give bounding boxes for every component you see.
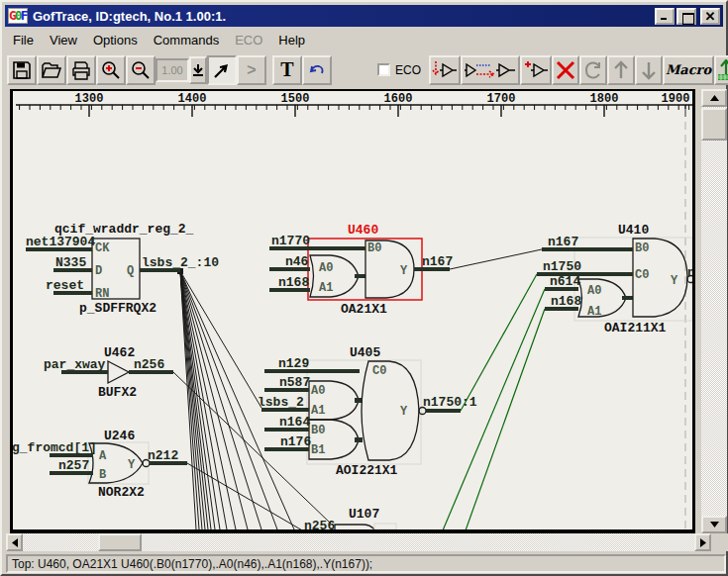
save-button[interactable] [7, 55, 37, 85]
scroll-up-button[interactable] [701, 89, 727, 107]
insert-gate-button[interactable] [429, 55, 461, 85]
net-label[interactable]: n46 [285, 254, 309, 269]
left-triangle-icon [12, 538, 18, 547]
pin-label: A1 [311, 404, 325, 418]
down-triangle-icon [710, 522, 719, 528]
run-eco-button[interactable] [714, 55, 728, 85]
gate-u246[interactable]: U246 g_fromcd[1] n257 n212 A B Y NOR2X2 [13, 429, 187, 500]
gate-u460[interactable]: U460 n1770 n46 n168 n167 B0 A0 A1 Y OA21… [269, 223, 453, 317]
net-traces-black[interactable] [173, 249, 542, 529]
net-label[interactable]: n168 [278, 275, 309, 290]
net-label[interactable]: n257 [58, 458, 89, 473]
net-label[interactable]: net137904 [26, 235, 95, 249]
scrollbar-corner [711, 533, 728, 551]
net-label[interactable]: n1750:1 [423, 395, 477, 410]
status-bar: Top: U460, OA21X1 U460(.B0(n1770),.A0(n4… [6, 554, 726, 573]
vertical-scroll-thumb[interactable] [701, 108, 727, 141]
menu-file[interactable]: File [5, 30, 42, 50]
rotate-icon [583, 60, 603, 80]
cell-label: p_SDFFRQX2 [79, 301, 156, 316]
rotate-button[interactable] [579, 55, 607, 85]
net-label[interactable]: n167 [548, 235, 578, 249]
net-label[interactable]: n212 [148, 448, 178, 463]
pin-label: A0 [587, 284, 601, 298]
eco-mode-toggle[interactable]: ECO [377, 63, 421, 77]
pin-label: A [99, 449, 107, 463]
net-label[interactable]: n1750 [543, 259, 581, 274]
scroll-down-button[interactable] [701, 516, 727, 533]
pointer-tool-button[interactable] [207, 55, 237, 85]
net-label[interactable]: N335 [55, 255, 86, 270]
gate-u410[interactable]: U410 n167 n1750 n614 n168 n: B0 C0 A0 A1… [537, 223, 692, 336]
move-up-button[interactable] [607, 55, 635, 85]
open-button[interactable] [37, 55, 66, 85]
menu-options[interactable]: Options [85, 30, 146, 50]
menu-commands[interactable]: Commands [146, 30, 227, 50]
menu-eco: ECO [227, 30, 270, 50]
net-label[interactable]: n1770 [271, 234, 310, 248]
pin-label: B0 [367, 241, 381, 255]
scroll-right-button[interactable] [694, 533, 711, 551]
horizontal-scroll-thumb[interactable] [98, 533, 142, 551]
save-icon [12, 60, 32, 80]
gate-u462[interactable]: U462 par_xway n256 BUFX2 [44, 345, 173, 400]
net-label[interactable]: n587 [279, 375, 310, 390]
net-label[interactable]: par_xway [44, 357, 106, 372]
load-zoom-button[interactable] [189, 56, 207, 84]
pin-label: A1 [319, 281, 333, 295]
delete-button[interactable] [552, 55, 579, 85]
net-label[interactable]: n129 [278, 356, 309, 371]
eco-checkbox[interactable] [377, 63, 390, 76]
ruler-tick-label: 1300 [75, 92, 104, 106]
macro-button[interactable]: Macro [663, 55, 714, 85]
net-label[interactable]: n164 [279, 415, 310, 430]
chevron-tool-button[interactable]: > [237, 55, 266, 85]
undo-button[interactable] [302, 55, 332, 85]
status-text: Top: U460, OA21X1 U460(.B0(n1770),.A0(n4… [12, 557, 372, 571]
gate-bbox [374, 524, 396, 529]
schematic-canvas[interactable]: 1300140015001600170018001900 qcif_ [10, 89, 695, 533]
net-label[interactable]: n: [687, 265, 692, 280]
vertical-scrollbar[interactable] [701, 89, 727, 533]
pin-label: C0 [635, 268, 649, 282]
move-down-button[interactable] [635, 55, 663, 85]
menu-view[interactable]: View [42, 30, 85, 50]
add-gate-button[interactable] [520, 55, 552, 85]
net-label[interactable]: reset [46, 278, 84, 293]
down-arrow-icon [192, 63, 204, 77]
net-label[interactable]: n256 [134, 357, 164, 372]
net-label[interactable]: n614 [550, 274, 580, 289]
undo-icon [308, 62, 326, 78]
pin-label: Y [400, 405, 408, 419]
net-label[interactable]: g_fromcd[1] [13, 440, 97, 455]
instance-label: U405 [350, 345, 380, 360]
horizontal-scrollbar[interactable] [6, 533, 711, 551]
zoom-out-icon [131, 60, 151, 80]
zoom-out-button[interactable] [126, 55, 156, 85]
insert-gate-icon [432, 59, 458, 81]
net-label[interactable]: lsbs_2_:10 [142, 255, 219, 270]
ruler-tick-label: 1600 [384, 92, 413, 106]
net-label[interactable]: n167 [422, 254, 453, 269]
instance-label: U107 [349, 507, 379, 522]
net-label[interactable]: n176 [280, 434, 311, 449]
menu-help[interactable]: Help [270, 30, 313, 50]
gate-u405[interactable]: U405 n129 n587 lsbs_2 n164 n176 n1750:1 … [258, 345, 477, 478]
zoom-level-field: 1.00 [156, 58, 189, 82]
gate-u107[interactable]: U107 n256 [304, 507, 396, 529]
scroll-left-button[interactable] [6, 533, 23, 551]
open-folder-icon [41, 60, 62, 80]
text-tool-button[interactable]: T [272, 55, 302, 85]
pin-label: Y [400, 264, 408, 278]
close-button[interactable]: ✕ [700, 8, 720, 25]
net-label[interactable]: n168 [551, 294, 581, 309]
zoom-in-button[interactable] [96, 55, 126, 85]
print-button[interactable] [66, 55, 96, 85]
pin-label: D [95, 264, 102, 278]
connect-gates-button[interactable] [461, 55, 520, 85]
net-label[interactable]: n256 [304, 519, 335, 529]
maximize-button[interactable] [676, 8, 696, 25]
net-label[interactable]: lsbs_2 [258, 395, 304, 410]
ruler-tick-label: 1800 [590, 92, 619, 106]
minimize-button[interactable] [655, 8, 675, 25]
